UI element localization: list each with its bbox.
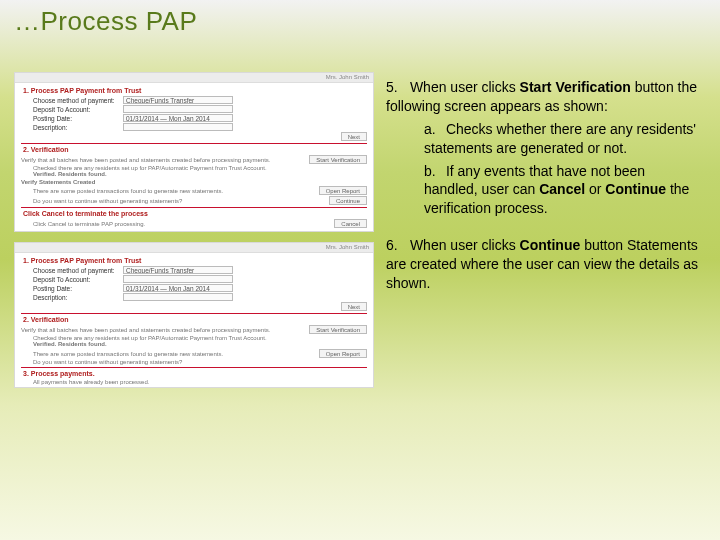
step-6-bold: Continue — [520, 237, 581, 253]
step-5a-text: Checks whether there are any residents' … — [424, 121, 696, 156]
open-report-button[interactable]: Open Report — [319, 186, 367, 195]
s2-label-description: Description: — [33, 294, 123, 301]
instruction-text: 5. When user clicks Start Verification b… — [386, 78, 702, 303]
s2-field-posting[interactable]: 01/31/2014 — Mon Jan 2014 — [123, 284, 233, 292]
label-deposit: Deposit To Account: — [33, 106, 123, 113]
label-description: Description: — [33, 124, 123, 131]
s2-verify-line: Verify that all batches have been posted… — [21, 327, 309, 333]
cancel-button[interactable]: Cancel — [334, 219, 367, 228]
checked-found: Verified. Residents found. — [33, 171, 367, 177]
section-2-header: 2. Verification — [23, 146, 367, 153]
step-5b-bold2: Continue — [605, 181, 666, 197]
verify-line: Verify that all batches have been posted… — [21, 157, 309, 163]
cancel-line: Click Cancel to terminate PAP processing… — [33, 221, 334, 227]
field-posting[interactable]: 01/31/2014 — Mon Jan 2014 — [123, 114, 233, 122]
step-5b-mid: or — [585, 181, 605, 197]
screenshot-2: Mrs. John Smith 1. Process PAP Payment f… — [14, 242, 374, 388]
cancel-header: Click Cancel to terminate the process — [23, 210, 367, 217]
s2-footer-line: All payments have already been processed… — [33, 379, 367, 385]
field-deposit[interactable] — [123, 105, 233, 113]
section-1-header: 1. Process PAP Payment from Trust — [23, 87, 367, 94]
label-posting: Posting Date: — [33, 115, 123, 122]
s2-field-method[interactable]: Cheque/Funds Transfer — [123, 266, 233, 274]
verify-sub-line2: Do you want to continue without generati… — [33, 198, 329, 204]
s2-label-posting: Posting Date: — [33, 285, 123, 292]
s2-next-button[interactable]: Next — [341, 302, 367, 311]
s2-start-verification-button[interactable]: Start Verification — [309, 325, 367, 334]
s2-section-3-header: 3. Process payments. — [23, 370, 367, 377]
start-verification-button[interactable]: Start Verification — [309, 155, 367, 164]
s2-label-method: Choose method of payment: — [33, 267, 123, 274]
step-6-number: 6. — [386, 236, 406, 255]
verify-sub-line1: There are some posted transactions found… — [33, 188, 319, 194]
s2-section-2-header: 2. Verification — [23, 316, 367, 323]
screenshot-1: Mrs. John Smith 1. Process PAP Payment f… — [14, 72, 374, 232]
s2-field-description[interactable] — [123, 293, 233, 301]
step-5-bold: Start Verification — [520, 79, 631, 95]
s2-field-deposit[interactable] — [123, 275, 233, 283]
window-userline-2: Mrs. John Smith — [15, 243, 373, 253]
field-method[interactable]: Cheque/Funds Transfer — [123, 96, 233, 104]
next-button[interactable]: Next — [341, 132, 367, 141]
s2-label-deposit: Deposit To Account: — [33, 276, 123, 283]
step-5a-label: a. — [424, 120, 442, 139]
s2-checked-found: Verified. Residents found. — [33, 341, 367, 347]
step-6-pre: When user clicks — [410, 237, 520, 253]
step-5b-bold1: Cancel — [539, 181, 585, 197]
continue-button[interactable]: Continue — [329, 196, 367, 205]
step-5b-label: b. — [424, 162, 442, 181]
s2-section-1-header: 1. Process PAP Payment from Trust — [23, 257, 367, 264]
screenshot-column: Mrs. John Smith 1. Process PAP Payment f… — [14, 72, 374, 388]
s2-verify-sub-line2: Do you want to continue without generati… — [33, 359, 367, 365]
slide-title: …Process PAP — [14, 6, 197, 37]
s2-verify-sub-line1: There are some posted transactions found… — [33, 351, 319, 357]
field-description[interactable] — [123, 123, 233, 131]
label-method: Choose method of payment: — [33, 97, 123, 104]
window-userline: Mrs. John Smith — [15, 73, 373, 83]
step-5-number: 5. — [386, 78, 406, 97]
verify-sub-header: Verify Statements Created — [21, 179, 367, 185]
s2-open-report-button[interactable]: Open Report — [319, 349, 367, 358]
step-5-pre: When user clicks — [410, 79, 520, 95]
